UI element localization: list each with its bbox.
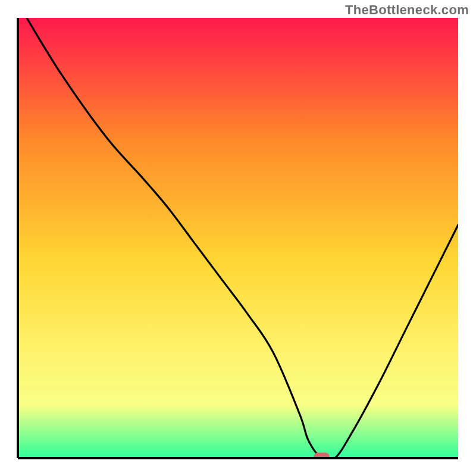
plot-gradient-background bbox=[18, 18, 458, 458]
bottleneck-chart bbox=[0, 0, 476, 476]
chart-stage: TheBottleneck.com bbox=[0, 0, 476, 476]
watermark-text: TheBottleneck.com bbox=[345, 2, 469, 18]
